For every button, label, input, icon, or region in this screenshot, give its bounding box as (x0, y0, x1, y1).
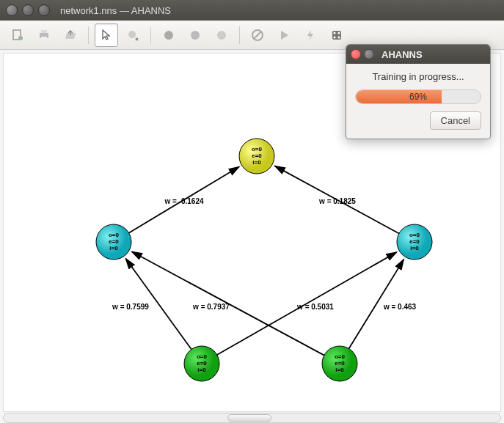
edge-label: w = 0.1825 (318, 197, 356, 205)
dialog-body: Training in progress... 69% Cancel (346, 64, 490, 139)
play-button[interactable] (272, 23, 296, 47)
separator (239, 26, 240, 44)
node-label: e=0 (335, 360, 345, 367)
dice-button[interactable] (325, 23, 348, 47)
dialog-close-icon[interactable] (351, 49, 361, 59)
window-titlebar: network1.nns — AHANNS (0, 0, 504, 21)
svg-point-13 (338, 36, 340, 38)
edge-label: w = 0.7599 (112, 303, 149, 311)
node-type3-button[interactable] (210, 23, 233, 47)
progress-text: 69% (356, 90, 481, 103)
node-label: e=0 (252, 152, 262, 159)
window-close-icon[interactable] (6, 4, 18, 16)
separator (88, 26, 89, 44)
node-label: i=0 (197, 367, 206, 373)
svg-point-1 (18, 36, 23, 40)
svg-line-10 (254, 32, 261, 39)
edge-label: w = -0.1624 (164, 197, 204, 205)
node-label: i=0 (252, 159, 261, 166)
stop-button[interactable] (246, 23, 269, 47)
window-maximize-icon[interactable] (38, 4, 50, 16)
node-label: i=0 (410, 245, 419, 251)
node-label: e=0 (109, 238, 119, 245)
training-dialog: AHANNS Training in progress... 69% Cance… (346, 44, 491, 139)
add-node-button[interactable] (121, 23, 145, 47)
separator (150, 26, 151, 44)
node-label: o=0 (109, 232, 120, 238)
progress-bar: 69% (355, 89, 481, 104)
svg-point-6 (164, 31, 173, 40)
svg-rect-3 (41, 30, 47, 33)
dialog-message: Training in progress... (355, 71, 481, 82)
node-label: o=0 (197, 353, 208, 360)
edge-label: w = 0.463 (383, 303, 417, 311)
print-button[interactable] (32, 23, 56, 47)
node-label: o=0 (409, 232, 420, 238)
svg-point-14 (338, 32, 340, 34)
dialog-minimize-icon[interactable] (364, 49, 374, 59)
svg-rect-4 (41, 37, 47, 40)
dialog-titlebar: AHANNS (346, 45, 490, 64)
window-minimize-icon[interactable] (22, 4, 34, 16)
node-label: e=0 (409, 238, 420, 245)
svg-point-12 (334, 32, 336, 34)
scroll-thumb[interactable] (227, 414, 271, 422)
open-button[interactable] (59, 23, 82, 47)
svg-point-7 (191, 31, 200, 40)
svg-point-15 (334, 36, 336, 38)
node-label: o=0 (252, 146, 263, 152)
node-label: e=0 (197, 360, 207, 367)
edge-label: w = 0.7937 (192, 303, 230, 311)
edge-label: w = 0.5031 (296, 303, 334, 311)
svg-point-5 (128, 31, 136, 38)
dialog-title: AHANNS (381, 49, 423, 60)
window-title: network1.nns — AHANNS (60, 5, 171, 16)
node-type1-button[interactable] (157, 23, 180, 47)
new-file-button[interactable] (6, 23, 29, 47)
node-label: i=0 (109, 245, 118, 251)
svg-rect-11 (332, 31, 341, 40)
node-type2-button[interactable] (183, 23, 207, 47)
svg-point-8 (217, 31, 226, 40)
node-label: i=0 (335, 367, 344, 373)
cancel-button[interactable]: Cancel (430, 111, 481, 130)
horizontal-scrollbar[interactable] (3, 413, 501, 423)
bolt-button[interactable] (299, 23, 322, 47)
node-label: o=0 (335, 353, 346, 360)
cursor-tool-button[interactable] (95, 23, 118, 47)
